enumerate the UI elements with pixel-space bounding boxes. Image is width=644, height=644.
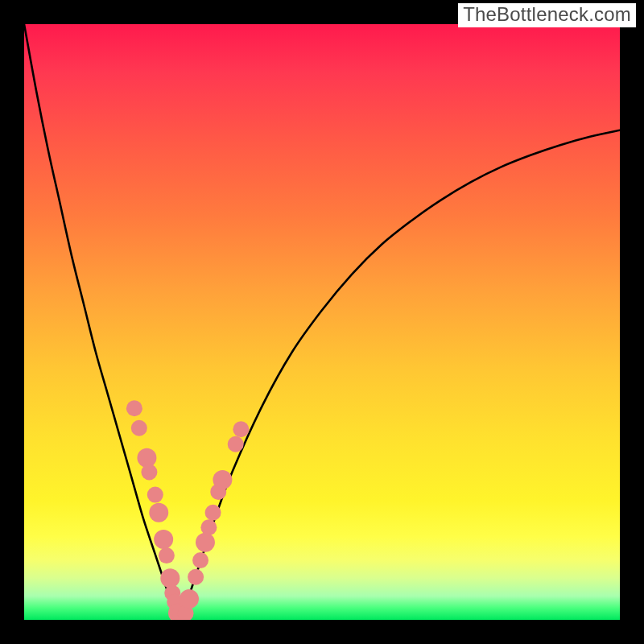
marker-layer — [126, 400, 249, 620]
curve-marker — [228, 436, 244, 452]
curve-marker — [159, 547, 175, 564]
curve-marker — [188, 569, 204, 585]
curve-marker — [180, 589, 199, 609]
curve-marker — [200, 519, 217, 535]
curve-layer — [24, 24, 620, 620]
curve-marker — [154, 530, 173, 549]
watermark-text: TheBottleneck.com — [458, 3, 636, 27]
curve-marker — [196, 533, 215, 552]
curve-marker — [131, 420, 147, 436]
curve-marker — [213, 470, 232, 489]
curve-marker — [205, 505, 221, 521]
curve-marker — [160, 568, 180, 588]
curve-marker — [233, 421, 249, 437]
curve-marker — [192, 552, 208, 568]
curve-marker — [126, 400, 142, 416]
curve-marker — [149, 503, 168, 522]
chart-frame: TheBottleneck.com — [0, 0, 644, 644]
curve-marker — [141, 464, 157, 480]
bottleneck-curve — [24, 24, 620, 620]
curve-marker — [147, 487, 163, 503]
plot-area — [24, 24, 620, 620]
